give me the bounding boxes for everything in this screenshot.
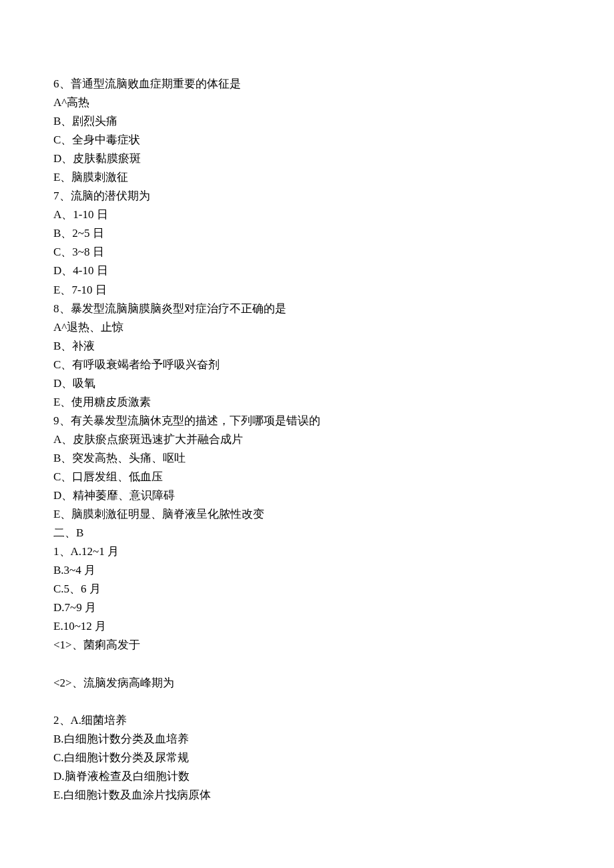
text-line: <1>、菌痢高发于: [53, 636, 561, 655]
text-line: C.白细胞计数分类及尿常规: [53, 749, 561, 767]
text-line: D、精神萎靡、意识障碍: [53, 486, 561, 505]
text-line: A^高热: [53, 93, 561, 112]
text-line: 2、A.细菌培养: [53, 711, 561, 730]
text-line: D、皮肤黏膜瘀斑: [53, 149, 561, 168]
text-line: 6、普通型流脑败血症期重要的体征是: [53, 75, 561, 93]
blank-line: [53, 655, 561, 673]
text-line: A^退热、止惊: [53, 318, 561, 337]
text-line: E、7-10 日: [53, 281, 561, 300]
text-line: 8、暴发型流脑脑膜脑炎型对症治疗不正确的是: [53, 300, 561, 318]
text-line: E.10~12 月: [53, 617, 561, 636]
text-line: C、有呼吸衰竭者给予呼吸兴奋剂: [53, 356, 561, 374]
text-line: D.7~9 月: [53, 598, 561, 617]
text-line: B.3~4 月: [53, 561, 561, 580]
text-line: A、皮肤瘀点瘀斑迅速扩大并融合成片: [53, 430, 561, 449]
text-line: C、口唇发组、低血压: [53, 468, 561, 486]
text-line: B、突发高热、头痛、呕吐: [53, 449, 561, 468]
text-line: <2>、流脑发病高峰期为: [53, 674, 561, 693]
text-line: D.脑脊液检查及白细胞计数: [53, 767, 561, 786]
text-line: B、补液: [53, 337, 561, 356]
text-line: C、全身中毒症状: [53, 131, 561, 149]
text-line: 二、B: [53, 524, 561, 542]
blank-line: [53, 693, 561, 711]
text-line: E.白细胞计数及血涂片找病原体: [53, 786, 561, 805]
document-page: 6、普通型流脑败血症期重要的体征是 A^高热 B、剧烈头痛 C、全身中毒症状 D…: [0, 0, 614, 868]
text-line: D、4-10 日: [53, 262, 561, 280]
text-line: E、脑膜刺激征: [53, 168, 561, 187]
text-line: D、吸氧: [53, 374, 561, 393]
text-line: E、脑膜刺激征明显、脑脊液呈化脓性改变: [53, 505, 561, 524]
text-line: A、1-10 日: [53, 205, 561, 224]
text-line: B、剧烈头痛: [53, 112, 561, 131]
text-line: B、2~5 日: [53, 224, 561, 243]
text-line: B.白细胞计数分类及血培养: [53, 730, 561, 749]
text-line: E、使用糖皮质激素: [53, 393, 561, 412]
text-line: 9、有关暴发型流脑休克型的描述，下列哪项是错误的: [53, 412, 561, 430]
text-line: 1、A.12~1 月: [53, 542, 561, 561]
text-line: C、3~8 日: [53, 243, 561, 262]
text-line: 7、流脑的潜伏期为: [53, 187, 561, 205]
text-line: C.5、6 月: [53, 580, 561, 598]
